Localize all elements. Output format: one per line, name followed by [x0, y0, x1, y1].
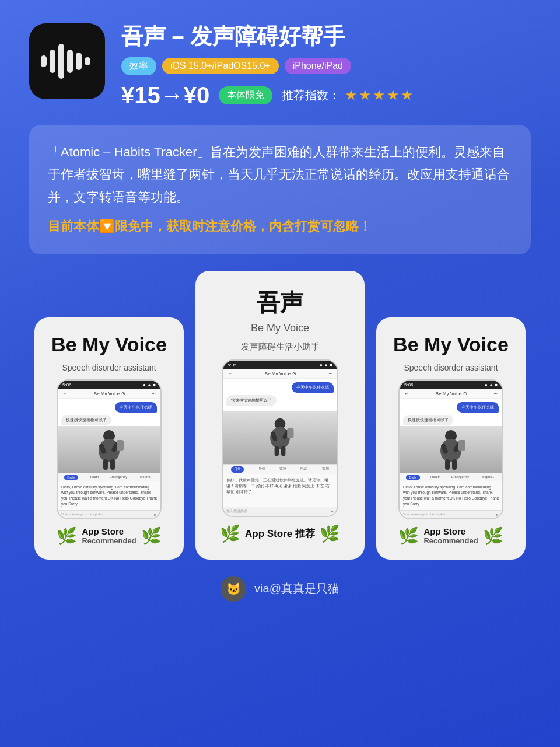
left-laurel-left: 🌿	[57, 526, 77, 546]
center-phone-text: 你好，我发声困难，正在通过软件和您交流。请见谅。谢谢！请稍等一下 好的 不好 再…	[223, 474, 337, 507]
left-phone-illustration	[58, 426, 160, 473]
right-appstore-badge: 🌿 App Store Recommended 🌿	[398, 526, 503, 546]
stars: ★★★★★	[345, 87, 415, 103]
app-title: 吾声 – 发声障碍好帮手	[121, 23, 531, 50]
rating-label: 推荐指数：	[282, 88, 340, 103]
avatar: 🐱	[220, 576, 246, 602]
center-appstore-label: App Store 推荐	[245, 527, 315, 540]
svg-rect-26	[452, 459, 457, 470]
right-phone-tabs: Daily Health Emergency Telepho…	[400, 473, 502, 481]
app-icon	[29, 23, 105, 99]
right-phone-mockup: 5:06 ● ▲ ■ ← Be My Voice ⊙ ··· 今天中午吃什么呢 …	[398, 379, 503, 519]
right-card-title: Be My Voice	[393, 334, 509, 355]
left-laurel-right: 🌿	[141, 526, 162, 546]
svg-rect-25	[445, 459, 450, 470]
svg-rect-0	[41, 55, 47, 67]
description-highlight: 目前本体🔽限免中，获取时注意价格，内含打赏可忽略！	[48, 215, 512, 238]
center-chat-right: 今天中午吃什么呢	[292, 382, 334, 393]
center-card-title-en: Be My Voice	[251, 322, 309, 334]
left-card-title: Be My Voice	[51, 334, 167, 355]
center-appstore-badge: 🌿 App Store 推荐 🌿	[220, 524, 340, 543]
center-card-subtitle: 发声障碍生活小助手	[241, 341, 320, 352]
screenshot-card-center: 吾声 Be My Voice 发声障碍生活小助手 5:05 ● ▲ ■ ← Be…	[195, 271, 365, 560]
left-phone-status: 5:06 ● ▲ ■	[58, 381, 160, 389]
header-section: 吾声 – 发声障碍好帮手 效率 iOS 15.0+/iPadOS15.0+ iP…	[29, 23, 531, 109]
price-row: ¥15→¥0 本体限免 推荐指数： ★★★★★	[121, 82, 531, 109]
left-phone-text: Hello, I have difficulty speaking. I am …	[58, 481, 160, 510]
left-phone-mockup: 5:06 ● ▲ ■ ← Be My Voice ⊙ ··· 今天中午吃什么呢 …	[57, 379, 162, 519]
right-laurel-left: 🌿	[398, 526, 419, 546]
via-text: via@真真是只猫	[254, 581, 340, 596]
rating-section: 推荐指数： ★★★★★	[282, 87, 415, 103]
right-chat-left: 快速搜快速相框可以了	[403, 415, 453, 425]
svg-rect-3	[67, 50, 73, 73]
right-phone-illustration	[400, 426, 502, 473]
left-phone-chat: 今天中午吃什么呢 快速搜快速相框可以了	[58, 399, 160, 426]
left-phone-nav: ← Be My Voice ⊙ ···	[58, 389, 160, 399]
badge-device: iPhone/iPad	[285, 58, 351, 74]
center-phone-tabs: 日常 身体 紧急 电话 常用	[223, 464, 337, 474]
left-appstore-badge: 🌿 App Store Recommended 🌿	[57, 526, 161, 546]
badge-ios: iOS 15.0+/iPadOS15.0+	[162, 58, 279, 74]
screenshot-card-left: Be My Voice Speech disorder assistant 5:…	[34, 317, 184, 559]
left-appstore-label: App Store	[82, 526, 136, 536]
center-phone-input: 输入想说的话… ▶	[223, 507, 337, 516]
svg-rect-11	[103, 459, 108, 470]
badges-row: 效率 iOS 15.0+/iPadOS15.0+ iPhone/iPad	[121, 57, 531, 75]
center-chat-left: 快速搜快速相框可以了	[226, 395, 276, 406]
badge-efficiency: 效率	[121, 57, 156, 75]
center-phone-illustration	[223, 411, 337, 464]
svg-rect-18	[275, 446, 279, 456]
center-card-title-cn: 吾声	[257, 289, 303, 315]
svg-rect-5	[85, 57, 90, 65]
right-appstore-sub: Recommended	[424, 536, 478, 545]
center-phone-chat: 今天中午吃什么呢 快速搜快速相框可以了	[223, 379, 337, 412]
right-phone-text: Hello, I have difficulty speaking. I am …	[400, 481, 502, 510]
center-phone-status: 5:05 ● ▲ ■	[223, 361, 337, 369]
right-card-subtitle: Speech disorder assistant	[404, 363, 498, 372]
left-card-subtitle: Speech disorder assistant	[62, 363, 156, 372]
screenshot-card-right: Be My Voice Speech disorder assistant 5:…	[376, 317, 526, 559]
footer-section: 🐱 via@真真是只猫	[29, 576, 531, 608]
right-chat-right: 今天中午吃什么呢	[457, 402, 499, 413]
right-phone-chat: 今天中午吃什么呢 快速搜快速相框可以了	[400, 399, 502, 426]
svg-rect-1	[50, 50, 55, 73]
center-laurel-right: 🌿	[320, 524, 340, 543]
center-phone-mockup: 5:05 ● ▲ ■ ← Be My Voice ⊙ ··· 今天中午吃什么呢 …	[222, 359, 338, 517]
svg-rect-24	[459, 440, 466, 451]
right-phone-input: Your message to be spoken… ▶	[400, 510, 502, 518]
left-appstore-sub: Recommended	[82, 536, 136, 545]
center-laurel-left: 🌿	[220, 524, 240, 543]
price-text: ¥15→¥0	[121, 82, 209, 109]
left-phone-input: Your message to be spoken… ▶	[58, 510, 160, 518]
app-info: 吾声 – 发声障碍好帮手 效率 iOS 15.0+/iPadOS15.0+ iP…	[121, 23, 531, 109]
screenshots-section: Be My Voice Speech disorder assistant 5:…	[29, 271, 531, 560]
page-wrapper: 吾声 – 发声障碍好帮手 效率 iOS 15.0+/iPadOS15.0+ iP…	[0, 0, 560, 747]
left-chat-right: 今天中午吃什么呢	[115, 402, 157, 413]
description-section: 「Atomic – Habits Tracker」旨在为发声困难的人群带来生活上…	[29, 125, 531, 254]
right-phone-nav: ← Be My Voice ⊙ ···	[400, 389, 502, 399]
left-chat-left: 快速搜快速相框可以了	[61, 415, 111, 425]
right-appstore-label: App Store	[424, 526, 478, 536]
svg-rect-4	[76, 53, 82, 70]
svg-rect-2	[58, 44, 64, 79]
right-phone-status: 5:06 ● ▲ ■	[400, 381, 502, 389]
svg-rect-19	[281, 446, 286, 456]
right-laurel-right: 🌿	[483, 526, 503, 546]
description-main: 「Atomic – Habits Tracker」旨在为发声困难的人群带来生活上…	[48, 141, 512, 209]
svg-rect-12	[110, 459, 115, 470]
svg-rect-10	[117, 440, 124, 451]
svg-rect-17	[287, 428, 293, 438]
left-phone-tabs: Daily Health Emergency Telepho…	[58, 473, 160, 481]
center-phone-nav: ← Be My Voice ⊙ ···	[223, 369, 337, 379]
free-badge: 本体限免	[219, 86, 272, 104]
